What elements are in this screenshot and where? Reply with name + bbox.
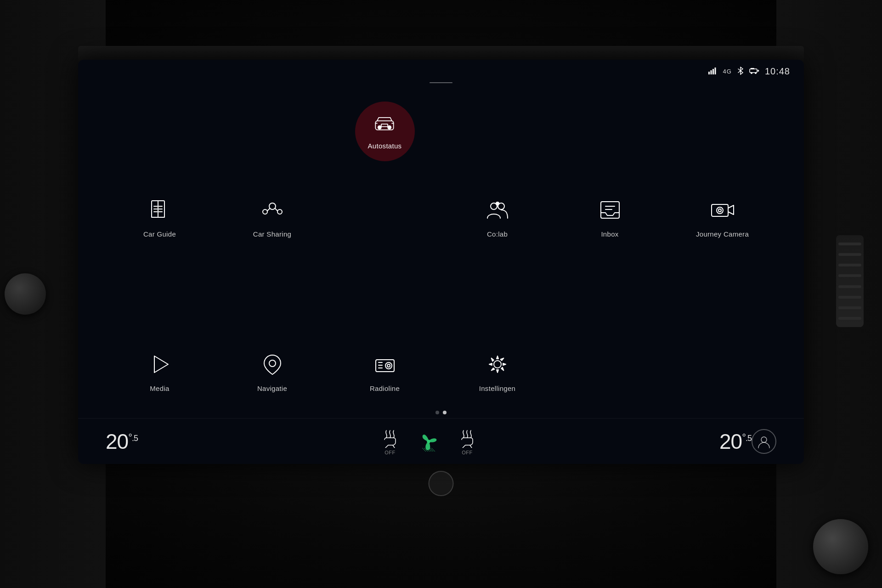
inbox-label: Inbox <box>601 230 618 238</box>
svg-point-28 <box>388 125 391 129</box>
vent-slat <box>838 285 861 288</box>
svg-line-56 <box>431 448 435 452</box>
colab-icon <box>485 197 510 223</box>
fan-icon <box>418 431 439 452</box>
degree-left: °.5 <box>128 432 138 444</box>
app-grid-row2: Media Navigatie <box>78 342 804 406</box>
page-dot-2[interactable] <box>443 411 447 414</box>
page-dots <box>78 406 804 418</box>
page-indicator-line <box>78 80 804 88</box>
colab-label: Co:lab <box>487 230 508 238</box>
svg-line-51 <box>422 448 426 452</box>
svg-point-44 <box>385 362 392 369</box>
seat-heat-right[interactable]: OFF <box>457 428 477 455</box>
svg-rect-29 <box>381 124 388 126</box>
svg-marker-41 <box>154 356 168 373</box>
svg-point-6 <box>751 72 752 74</box>
svg-line-25 <box>275 209 277 211</box>
svg-line-55 <box>430 448 433 452</box>
seat-heat-right-label: OFF <box>462 450 473 455</box>
navigatie-label: Navigatie <box>257 384 287 392</box>
svg-point-23 <box>277 209 282 214</box>
svg-point-57 <box>761 437 767 442</box>
signal-icon <box>708 67 718 76</box>
journey-camera-label: Journey Camera <box>696 230 749 238</box>
seat-heat-right-icon <box>457 428 477 448</box>
home-button[interactable] <box>429 471 454 496</box>
svg-point-39 <box>717 207 723 214</box>
svg-rect-2 <box>712 69 714 74</box>
vent-slat <box>838 243 861 245</box>
climate-controls: OFF <box>138 428 719 455</box>
climate-temp-right: 20°.5 <box>719 429 752 454</box>
svg-point-42 <box>269 360 276 367</box>
app-item-autostatus[interactable]: Autostatus <box>355 102 415 161</box>
media-label: Media <box>150 384 169 392</box>
climate-bar: 20°.5 OFF <box>78 418 804 464</box>
infotainment-screen: 4G 10:48 <box>78 60 804 464</box>
car-guide-icon <box>147 197 173 223</box>
instellingen-icon <box>485 351 510 377</box>
lte-label: 4G <box>723 68 732 75</box>
svg-point-49 <box>494 361 501 368</box>
vent-slat <box>838 264 861 266</box>
vent-slat <box>838 253 861 256</box>
svg-point-22 <box>263 209 267 214</box>
left-knob[interactable] <box>5 273 46 315</box>
svg-rect-5 <box>751 68 754 69</box>
autostatus-label: Autostatus <box>368 142 402 150</box>
navigatie-icon <box>260 351 285 377</box>
svg-point-21 <box>269 203 276 209</box>
svg-point-27 <box>378 125 381 129</box>
svg-line-24 <box>267 209 270 211</box>
car-sharing-label: Car Sharing <box>253 230 291 238</box>
media-icon <box>147 351 173 377</box>
svg-rect-0 <box>708 72 710 74</box>
app-item-radioline[interactable]: Radioline <box>331 342 439 401</box>
car-sharing-icon <box>260 197 285 223</box>
page-line <box>430 82 452 83</box>
radioline-label: Radioline <box>370 384 400 392</box>
app-grid-row1: Car Guide Car Sharing <box>78 88 804 342</box>
car-connected-icon <box>749 67 759 76</box>
instellingen-label: Instellingen <box>479 384 516 392</box>
app-item-car-sharing[interactable]: Car Sharing <box>218 102 326 333</box>
vent-slat <box>838 306 861 309</box>
app-item-navigatie[interactable]: Navigatie <box>218 342 326 401</box>
seat-heat-left-icon <box>380 428 400 448</box>
vent-slat <box>838 296 861 299</box>
radioline-icon <box>372 351 398 377</box>
autostatus-icon <box>373 113 396 136</box>
app-item-inbox[interactable]: Inbox <box>556 102 664 333</box>
svg-rect-4 <box>750 69 757 73</box>
vent-slat <box>838 317 861 320</box>
app-item-instellingen[interactable]: Instellingen <box>443 342 551 401</box>
status-bar: 4G 10:48 <box>78 60 804 80</box>
app-item-colab[interactable]: Co:lab <box>443 102 551 333</box>
profile-button[interactable] <box>752 429 776 454</box>
air-vent <box>836 235 864 327</box>
right-knob[interactable] <box>813 519 868 574</box>
journey-camera-icon <box>710 197 735 223</box>
svg-point-7 <box>755 72 757 74</box>
bluetooth-icon <box>737 67 744 76</box>
seat-heat-left-label: OFF <box>384 450 396 455</box>
clock: 10:48 <box>765 66 790 77</box>
svg-point-45 <box>387 364 390 367</box>
app-item-media[interactable]: Media <box>106 342 214 401</box>
app-item-journey-camera[interactable]: Journey Camera <box>668 102 776 333</box>
inbox-icon <box>597 197 623 223</box>
svg-point-34 <box>496 202 499 205</box>
svg-point-40 <box>718 209 721 212</box>
seat-heat-left[interactable]: OFF <box>380 428 400 455</box>
page-dot-1[interactable] <box>435 411 439 414</box>
svg-rect-1 <box>710 70 712 74</box>
svg-rect-3 <box>714 68 716 74</box>
svg-rect-38 <box>712 204 728 216</box>
fan-control[interactable] <box>418 431 439 452</box>
temp-right-value: 20 <box>719 429 742 454</box>
temp-left-value: 20 <box>106 429 128 454</box>
app-item-car-guide[interactable]: Car Guide <box>106 102 214 333</box>
vent-slat <box>838 274 861 277</box>
degree-right: °.5 <box>742 432 752 444</box>
